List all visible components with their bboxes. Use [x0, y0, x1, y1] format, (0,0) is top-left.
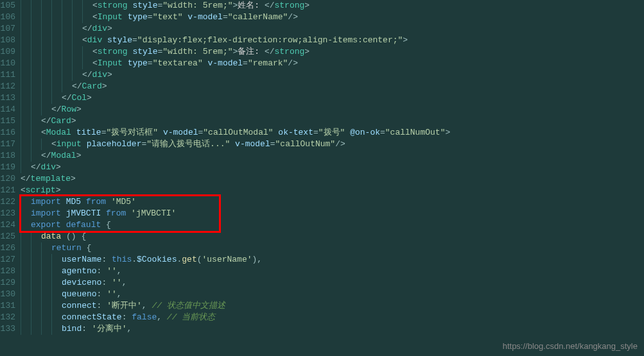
- token: "callerName": [228, 12, 288, 22]
- code-line[interactable]: agentno: '',: [21, 266, 644, 277]
- indent-guide: [21, 208, 31, 219]
- token: title: [76, 128, 101, 137]
- line-number: 106: [0, 12, 15, 23]
- indent-guide: [41, 312, 51, 323]
- token: =: [132, 35, 137, 45]
- indent-guide: [21, 58, 31, 69]
- code-line[interactable]: </template>: [21, 173, 644, 185]
- token: "拨号": [318, 128, 345, 137]
- code-editor[interactable]: 1051061071081091101111121131141151161171…: [0, 0, 644, 356]
- token: // 状态值中文描述: [152, 301, 225, 310]
- token: Modal: [46, 128, 71, 137]
- code-line[interactable]: </Modal>: [21, 150, 644, 162]
- code-line[interactable]: </div>: [21, 23, 644, 35]
- token: >: [71, 174, 76, 183]
- token: v-model: [187, 12, 223, 22]
- token: style: [132, 1, 157, 10]
- token: strong: [275, 1, 305, 10]
- token: jMVBCTI: [66, 208, 101, 218]
- indent-guide: [51, 46, 62, 58]
- code-line[interactable]: </Col>: [21, 92, 644, 104]
- token: '': [107, 266, 117, 276]
- indent-guide: [72, 23, 82, 35]
- token: this: [112, 255, 132, 264]
- code-line[interactable]: <Modal title="拨号对话框" v-model="callOutMod…: [21, 127, 644, 139]
- token: </: [265, 1, 275, 10]
- code-line[interactable]: <input placeholder="请输入拨号电话..." v-model=…: [21, 139, 644, 150]
- indent-guide: [31, 92, 41, 104]
- token: >: [304, 1, 309, 10]
- code-line[interactable]: <div style="display:flex;flex-direction:…: [21, 35, 644, 46]
- token: ,: [122, 278, 127, 287]
- token: :: [82, 324, 92, 334]
- indent-guide: [21, 12, 31, 23]
- code-line[interactable]: return {: [21, 242, 644, 254]
- token: =: [380, 128, 385, 137]
- token: [203, 58, 208, 68]
- token: from: [106, 208, 126, 218]
- code-line[interactable]: </Row>: [21, 104, 644, 115]
- token: <: [82, 35, 87, 45]
- code-area[interactable]: <strong style="width: 5rem;">姓名: </stron…: [21, 0, 644, 356]
- code-line[interactable]: data () {: [21, 231, 644, 242]
- code-line[interactable]: </Card>: [21, 115, 644, 127]
- token: '断开中': [107, 301, 142, 310]
- token: [102, 35, 107, 45]
- indent-guide: [51, 12, 62, 23]
- token: :: [122, 312, 132, 322]
- code-line[interactable]: <Input type="textarea" v-model="remark"/…: [21, 58, 644, 69]
- indent-guide: [62, 46, 72, 58]
- code-line[interactable]: </div>: [21, 69, 644, 81]
- code-line[interactable]: export default {: [21, 219, 644, 231]
- token: >: [56, 185, 61, 195]
- code-line[interactable]: <script>: [21, 185, 644, 196]
- token: =: [223, 12, 228, 22]
- code-line[interactable]: import jMVBCTI from 'jMVBCTI': [21, 208, 644, 219]
- indent-guide: [31, 254, 41, 266]
- code-line[interactable]: <Input type="text" v-model="callerName"/…: [21, 12, 644, 23]
- line-number: 112: [0, 81, 15, 92]
- token: userName: [62, 255, 101, 264]
- code-line[interactable]: <strong style="width: 5rem;">姓名: </stron…: [21, 0, 644, 12]
- code-line[interactable]: connect: '断开中', // 状态值中文描述: [21, 300, 644, 312]
- token: </: [265, 47, 275, 56]
- code-line[interactable]: </Card>: [21, 81, 644, 92]
- indent-guide: [62, 35, 72, 46]
- line-number: 118: [0, 150, 15, 162]
- line-gutter: 1051061071081091101111121131141151161171…: [0, 0, 21, 356]
- indent-guide: [41, 23, 51, 35]
- indent-guide: [41, 300, 51, 312]
- code-line[interactable]: <strong style="width: 5rem;">备注: </stron…: [21, 46, 644, 58]
- code-line[interactable]: queueno: '',: [21, 289, 644, 300]
- indent-guide: [51, 23, 62, 35]
- code-line[interactable]: </div>: [21, 162, 644, 173]
- token: agentno: [62, 266, 97, 276]
- code-line[interactable]: bind: '分离中',: [21, 323, 644, 335]
- token: >: [107, 70, 112, 80]
- indent-guide: [41, 0, 51, 12]
- line-number: 116: [0, 127, 15, 139]
- token: <: [92, 47, 98, 56]
- code-line[interactable]: userName: this.$Cookies.get('userName'),: [21, 254, 644, 266]
- code-line[interactable]: deviceno: '',: [21, 277, 644, 289]
- line-number: 117: [0, 139, 15, 150]
- token: v-model: [235, 139, 270, 149]
- indent-guide: [31, 300, 41, 312]
- token: [82, 139, 87, 149]
- token: 'jMVBCTI': [131, 208, 176, 218]
- token: v-model: [163, 128, 198, 137]
- token: false: [132, 312, 157, 322]
- line-number: 124: [0, 219, 15, 231]
- code-line[interactable]: connectState: false, // 当前状态: [21, 312, 644, 323]
- token: [106, 197, 111, 207]
- token: </: [72, 81, 82, 91]
- token: style: [107, 35, 132, 45]
- line-number: 111: [0, 69, 15, 81]
- indent-guide: [31, 150, 41, 162]
- code-line[interactable]: import MD5 from 'MD5': [21, 196, 644, 208]
- token: >: [102, 81, 107, 91]
- token: // 当前状态: [167, 312, 215, 322]
- token: />: [288, 58, 298, 68]
- indent-guide: [21, 277, 31, 289]
- token: [126, 208, 131, 218]
